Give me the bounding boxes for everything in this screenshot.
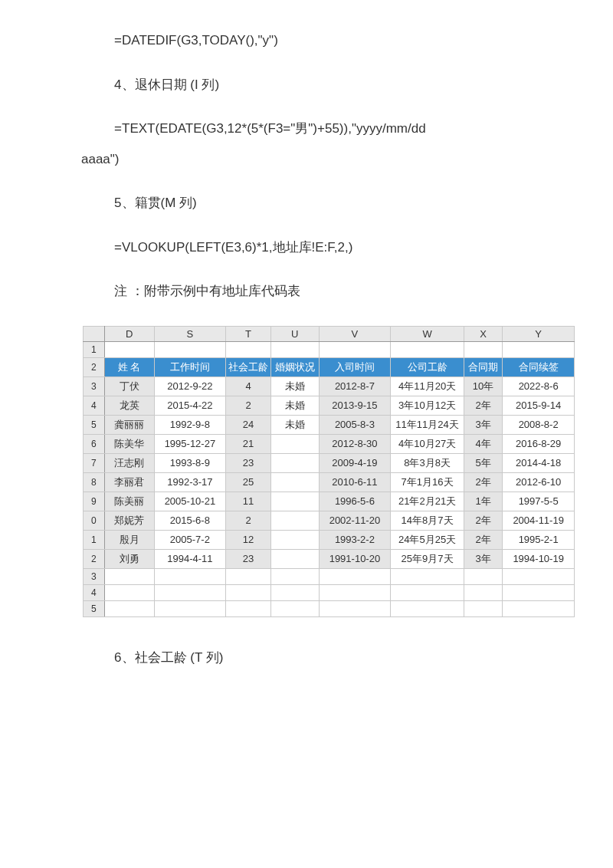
cell-term[interactable]: 2年 bbox=[464, 511, 502, 530]
cell-term[interactable]: 3年 bbox=[464, 415, 502, 434]
cell-renew[interactable]: 2016-8-29 bbox=[503, 434, 575, 453]
cell-soc[interactable]: 2 bbox=[226, 511, 271, 530]
cell[interactable] bbox=[464, 568, 502, 584]
cell-join[interactable]: 2005-8-3 bbox=[319, 415, 391, 434]
cell-mar[interactable] bbox=[270, 434, 319, 453]
cell-work[interactable]: 2005-10-21 bbox=[154, 492, 226, 511]
cell-soc[interactable]: 24 bbox=[226, 415, 271, 434]
cell[interactable] bbox=[226, 568, 271, 584]
cell-comp[interactable]: 4年10月27天 bbox=[391, 434, 464, 453]
cell[interactable] bbox=[154, 600, 226, 616]
cell-soc[interactable]: 2 bbox=[226, 396, 271, 415]
cell-renew[interactable]: 2004-11-19 bbox=[503, 511, 575, 530]
header-join[interactable]: 入司时间 bbox=[319, 357, 391, 376]
cell-comp[interactable]: 7年1月16天 bbox=[391, 472, 464, 492]
cell-work[interactable]: 1994-4-11 bbox=[154, 549, 226, 568]
cell[interactable] bbox=[503, 584, 575, 600]
cell-term[interactable]: 4年 bbox=[464, 434, 502, 453]
cell-comp[interactable]: 24年5月25天 bbox=[391, 530, 464, 549]
cell-work[interactable]: 2012-9-22 bbox=[154, 376, 226, 396]
cell-comp[interactable]: 21年2月21天 bbox=[391, 492, 464, 511]
cell-term[interactable]: 3年 bbox=[464, 549, 502, 568]
cell-soc[interactable]: 23 bbox=[226, 453, 271, 472]
cell[interactable] bbox=[226, 584, 271, 600]
cell-name[interactable]: 丁伏 bbox=[104, 376, 154, 396]
cell-term[interactable]: 2年 bbox=[464, 472, 502, 492]
row-num[interactable]: 4 bbox=[84, 396, 105, 415]
cell-work[interactable]: 2015-6-8 bbox=[154, 511, 226, 530]
cell[interactable] bbox=[154, 341, 226, 357]
cell-join[interactable]: 2012-8-7 bbox=[319, 376, 391, 396]
cell[interactable] bbox=[319, 568, 391, 584]
cell-name[interactable]: 龚丽丽 bbox=[104, 415, 154, 434]
select-all-corner[interactable] bbox=[84, 326, 105, 341]
cell-work[interactable]: 1992-3-17 bbox=[154, 472, 226, 492]
cell-name[interactable]: 陈美华 bbox=[104, 434, 154, 453]
cell[interactable] bbox=[391, 341, 464, 357]
cell-term[interactable]: 5年 bbox=[464, 453, 502, 472]
cell-soc[interactable]: 23 bbox=[226, 549, 271, 568]
cell-soc[interactable]: 21 bbox=[226, 434, 271, 453]
cell-work[interactable]: 1992-9-8 bbox=[154, 415, 226, 434]
cell[interactable] bbox=[464, 584, 502, 600]
col-X[interactable]: X bbox=[464, 326, 502, 341]
cell-comp[interactable]: 8年3月8天 bbox=[391, 453, 464, 472]
header-name[interactable]: 姓 名 bbox=[104, 357, 154, 376]
col-V[interactable]: V bbox=[319, 326, 391, 341]
row-num[interactable]: 3 bbox=[84, 568, 105, 584]
row-num[interactable]: 3 bbox=[84, 376, 105, 396]
cell-renew[interactable]: 2012-6-10 bbox=[503, 472, 575, 492]
cell[interactable] bbox=[503, 600, 575, 616]
cell-mar[interactable] bbox=[270, 511, 319, 530]
cell[interactable] bbox=[503, 568, 575, 584]
cell-term[interactable]: 1年 bbox=[464, 492, 502, 511]
cell-mar[interactable]: 未婚 bbox=[270, 376, 319, 396]
cell-work[interactable]: 2005-7-2 bbox=[154, 530, 226, 549]
cell-name[interactable]: 刘勇 bbox=[104, 549, 154, 568]
cell-comp[interactable]: 25年9月7天 bbox=[391, 549, 464, 568]
cell-renew[interactable]: 1995-2-1 bbox=[503, 530, 575, 549]
cell[interactable] bbox=[104, 341, 154, 357]
cell[interactable] bbox=[270, 600, 319, 616]
cell-name[interactable]: 殷月 bbox=[104, 530, 154, 549]
row-num[interactable]: 2 bbox=[84, 357, 105, 376]
cell-renew[interactable]: 2008-8-2 bbox=[503, 415, 575, 434]
cell-term[interactable]: 2年 bbox=[464, 530, 502, 549]
cell[interactable] bbox=[104, 584, 154, 600]
cell[interactable] bbox=[464, 600, 502, 616]
cell-renew[interactable]: 1997-5-5 bbox=[503, 492, 575, 511]
cell-name[interactable]: 汪志刚 bbox=[104, 453, 154, 472]
col-S[interactable]: S bbox=[154, 326, 226, 341]
cell[interactable] bbox=[104, 600, 154, 616]
row-num[interactable]: 2 bbox=[84, 549, 105, 568]
cell-term[interactable]: 2年 bbox=[464, 396, 502, 415]
cell[interactable] bbox=[154, 568, 226, 584]
cell-join[interactable]: 2002-11-20 bbox=[319, 511, 391, 530]
row-num[interactable]: 8 bbox=[84, 472, 105, 492]
cell-soc[interactable]: 4 bbox=[226, 376, 271, 396]
cell-comp[interactable]: 4年11月20天 bbox=[391, 376, 464, 396]
header-worktime[interactable]: 工作时间 bbox=[154, 357, 226, 376]
cell-join[interactable]: 1993-2-2 bbox=[319, 530, 391, 549]
cell-work[interactable]: 1995-12-27 bbox=[154, 434, 226, 453]
row-num[interactable]: 4 bbox=[84, 584, 105, 600]
cell[interactable] bbox=[391, 600, 464, 616]
header-marital[interactable]: 婚姻状况 bbox=[270, 357, 319, 376]
cell-renew[interactable]: 1994-10-19 bbox=[503, 549, 575, 568]
col-W[interactable]: W bbox=[391, 326, 464, 341]
cell-comp[interactable]: 3年10月12天 bbox=[391, 396, 464, 415]
cell-join[interactable]: 1996-5-6 bbox=[319, 492, 391, 511]
cell-mar[interactable] bbox=[270, 453, 319, 472]
row-num[interactable]: 1 bbox=[84, 530, 105, 549]
cell[interactable] bbox=[270, 341, 319, 357]
cell-work[interactable]: 1993-8-9 bbox=[154, 453, 226, 472]
cell[interactable] bbox=[226, 600, 271, 616]
cell-mar[interactable] bbox=[270, 549, 319, 568]
cell-mar[interactable]: 未婚 bbox=[270, 396, 319, 415]
header-socialyears[interactable]: 社会工龄 bbox=[226, 357, 271, 376]
cell-join[interactable]: 2010-6-11 bbox=[319, 472, 391, 492]
cell[interactable] bbox=[391, 584, 464, 600]
col-U[interactable]: U bbox=[270, 326, 319, 341]
cell-soc[interactable]: 25 bbox=[226, 472, 271, 492]
cell-renew[interactable]: 2014-4-18 bbox=[503, 453, 575, 472]
